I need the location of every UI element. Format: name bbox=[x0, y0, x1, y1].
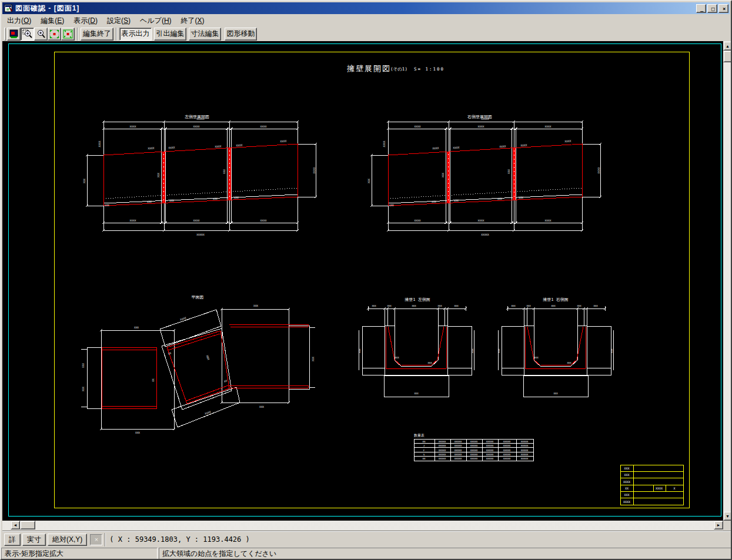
toolbar-separator bbox=[77, 28, 78, 41]
plan-view: XXX XXX XXX XXX XX XXXX XXX XXXX XX XX X… bbox=[81, 304, 315, 434]
scroll-left-button[interactable]: ◄ bbox=[11, 521, 20, 529]
maximize-button[interactable]: □ bbox=[707, 4, 717, 13]
vertical-scrollbar[interactable]: ▲ ▼ bbox=[723, 41, 732, 521]
message-bar: 表示-矩形指定拡大 拡大領域の始点を指定してください bbox=[1, 548, 732, 560]
dim-label: XXXX bbox=[313, 167, 316, 173]
absolute-xy-button[interactable]: 絶対(X,Y) bbox=[48, 534, 87, 546]
dim-label: XXXX bbox=[193, 125, 200, 128]
redraw-icon[interactable] bbox=[7, 28, 21, 41]
table-cell: XXXXX bbox=[486, 453, 494, 456]
coordinate-readout: ( X : 59349.1803, Y : 1193.4426 ) bbox=[108, 535, 249, 544]
mode-leader-edit-button[interactable]: 引出編集 bbox=[154, 28, 186, 41]
horizontal-scrollbar[interactable]: ◄ ► bbox=[2, 521, 723, 530]
title-block: XXX XXX XXXX XX XXXX X XXX XXXX bbox=[620, 465, 683, 505]
menu-view[interactable]: 表示(D) bbox=[69, 15, 102, 27]
plan-dim-labels: XXX XXX XXX XXX XX XXXX XXX XXXX XX XX X… bbox=[82, 304, 315, 434]
dim-label: XXX bbox=[312, 357, 315, 361]
dim-label: XXX bbox=[234, 196, 239, 199]
title-block-cell: XX bbox=[625, 487, 629, 490]
scroll-right-button[interactable]: ► bbox=[714, 521, 723, 529]
menu-edit[interactable]: 編集(E) bbox=[36, 15, 69, 27]
table-cell: XXXXX bbox=[454, 457, 462, 460]
table-cell: XXXXX bbox=[470, 440, 478, 443]
dim-label: XXXX bbox=[98, 140, 101, 147]
table-cell: XXXXX bbox=[521, 449, 529, 452]
table-cell: XXXXX bbox=[439, 453, 446, 456]
detail-button[interactable]: 詳 bbox=[4, 534, 21, 546]
sheet-borders bbox=[8, 43, 721, 516]
scrollbar-corner bbox=[723, 521, 732, 530]
menu-help[interactable]: ヘルプ(H) bbox=[135, 15, 176, 27]
label-plan: 平面図 bbox=[192, 295, 204, 300]
table-cell: XXXXX bbox=[521, 453, 529, 456]
zoom-in-icon[interactable] bbox=[34, 28, 48, 41]
dim-label: XXXXX bbox=[196, 118, 205, 120]
toolbar: 編集終了 表示出力 引出編集 寸法編集 図形移動 bbox=[2, 26, 730, 41]
dim-label: XXX bbox=[105, 204, 110, 207]
dim-label: XXX bbox=[82, 387, 85, 391]
table-cell: XXXXX bbox=[470, 457, 478, 460]
menu-output[interactable]: 出力(O) bbox=[2, 15, 36, 27]
title-block-cell: XXX bbox=[624, 473, 629, 477]
dim-label: XXX bbox=[437, 304, 442, 307]
dim-label: XXX bbox=[412, 304, 416, 307]
elevation-view: XXXXX XXXX XXXX XXXX XXXX XXXX XXXX XXXX… bbox=[83, 118, 317, 236]
coord-close-button[interactable]: × bbox=[90, 534, 102, 545]
dim-label: XXX bbox=[372, 304, 376, 307]
fit-page-icon[interactable] bbox=[48, 28, 61, 41]
menu-settings[interactable]: 設定(S) bbox=[102, 15, 135, 27]
drawing-canvas[interactable]: 擁壁展開図 (その1) S= 1:100 左側壁展開図 右側壁展開図 平面図 擁… bbox=[2, 41, 723, 521]
table-cell: XXXXX bbox=[470, 449, 478, 452]
table-row-label: XX bbox=[422, 457, 426, 460]
dim-label: XXX bbox=[169, 199, 175, 202]
edit-end-button[interactable]: 編集終了 bbox=[81, 28, 113, 41]
table-cell: XXXXX bbox=[486, 457, 494, 460]
dim-label: XX bbox=[152, 378, 155, 382]
dim-label: XXX bbox=[213, 197, 218, 200]
table-cell: XXXXX bbox=[486, 444, 494, 447]
table-cell: XXXXX bbox=[503, 444, 511, 447]
horizontal-scroll-thumb[interactable] bbox=[20, 521, 35, 529]
menu-exit[interactable]: 終了(X) bbox=[176, 15, 209, 27]
dim-label: XXX bbox=[253, 304, 258, 307]
table-cell: XXXXX bbox=[486, 449, 494, 452]
wall-section-view: XXX XXX XXX XXX XXX XXX XXX XXX XXX XXX bbox=[358, 304, 474, 397]
table-cell: XXXXX bbox=[454, 444, 462, 447]
dim-label: XXXX bbox=[180, 316, 187, 321]
mode-shape-move-button[interactable]: 図形移動 bbox=[225, 28, 257, 41]
dim-label: XXXX bbox=[260, 125, 267, 128]
table-cell: XXXXX bbox=[503, 449, 511, 452]
table-cell: XXXXX bbox=[503, 440, 511, 443]
scroll-down-button[interactable]: ▼ bbox=[723, 511, 732, 521]
toolbar-separator bbox=[116, 28, 117, 41]
scroll-up-button[interactable]: ▲ bbox=[723, 41, 732, 51]
title-block-cell: X bbox=[673, 487, 675, 490]
zoom-window-icon[interactable] bbox=[21, 28, 34, 41]
dim-label: XXXX bbox=[260, 219, 267, 222]
minimize-button[interactable]: _ bbox=[696, 4, 706, 13]
table-row-label: F bbox=[423, 449, 425, 452]
sheet-title: 擁壁展開図 bbox=[347, 64, 391, 73]
elevation-dim-labels: XXXXX XXXX XXXX XXXX XXXX XXXX XXXX XXXX… bbox=[83, 118, 316, 236]
dim-label: XXX bbox=[427, 361, 432, 364]
dim-label: XXXX bbox=[130, 125, 136, 128]
dim-label: XXXX bbox=[236, 144, 242, 147]
dim-label: XXX bbox=[358, 348, 361, 353]
dim-label: XX bbox=[168, 351, 172, 356]
dim-label: XXX bbox=[147, 200, 152, 203]
actual-size-button[interactable]: 実寸 bbox=[22, 534, 46, 546]
table-cell: XXXXX bbox=[470, 444, 478, 447]
close-button[interactable]: × bbox=[718, 4, 728, 13]
vertical-scroll-thumb[interactable] bbox=[723, 51, 732, 62]
dim-label: XXX bbox=[82, 363, 85, 368]
mode-dimension-edit-button[interactable]: 寸法編集 bbox=[189, 28, 221, 41]
status-divider bbox=[105, 533, 106, 546]
wall-section-right-view bbox=[497, 304, 613, 397]
toolbar-grip[interactable] bbox=[4, 28, 6, 41]
dim-label: XXX bbox=[259, 405, 264, 408]
dim-label: XXX bbox=[157, 173, 160, 177]
mode-display-output-button[interactable]: 表示出力 bbox=[119, 28, 152, 41]
fit-extents-icon[interactable] bbox=[61, 28, 75, 41]
sheet-number: (その1) bbox=[390, 66, 407, 72]
prompt-text: 拡大領域の始点を指定してください bbox=[159, 548, 732, 560]
